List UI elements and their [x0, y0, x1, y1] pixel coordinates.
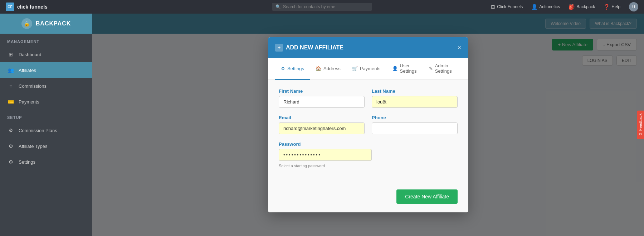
last-name-label: Last Name — [372, 88, 458, 94]
search-input[interactable] — [283, 4, 369, 9]
brand-name: click funnels — [17, 4, 48, 10]
form-group-email: Email — [279, 115, 365, 134]
tab-address[interactable]: 🏠 Address — [310, 58, 346, 80]
settings-icon: ⚙ — [7, 158, 14, 165]
affiliates-icon: 👥 — [7, 67, 14, 74]
search-icon: 🔍 — [275, 4, 281, 9]
sidebar-item-commissions[interactable]: ≡ Commissions — [0, 78, 92, 94]
first-name-input[interactable] — [279, 96, 365, 108]
password-label: Password — [279, 141, 458, 147]
avatar[interactable]: U — [629, 2, 638, 11]
navbar-links: ⊞ Click Funnels 👤 Actionetics 🎒 Backpack… — [491, 2, 638, 11]
sidebar-item-settings[interactable]: ⚙ Settings — [0, 154, 92, 170]
sidebar-item-label: Affiliates — [19, 68, 36, 73]
tab-admin-settings[interactable]: ✎ Admin Settings — [423, 58, 461, 80]
modal-title: + ADD NEW AFFILIATE — [275, 44, 343, 52]
modal-tabs: ⚙ Settings 🏠 Address 🛒 Payments 👤 User S… — [268, 58, 468, 80]
navbar: CF click funnels 🔍 ⊞ Click Funnels 👤 Act… — [0, 0, 644, 14]
navbar-help[interactable]: ❓ Help — [604, 4, 620, 10]
brand[interactable]: CF click funnels — [6, 3, 48, 11]
create-affiliate-button[interactable]: Create New Affiliate — [396, 189, 458, 204]
sidebar-section-setup: SETUP — [0, 110, 92, 122]
sidebar-item-label: Dashboard — [19, 52, 42, 57]
main-layout: 🔒 BACKPACK MANAGEMENT ⊞ Dashboard 👥 Affi… — [0, 14, 644, 236]
navbar-clickfunnels[interactable]: ⊞ Click Funnels — [491, 4, 523, 10]
feedback-button[interactable]: Feedback ✉ — [637, 110, 644, 139]
search-bar[interactable]: 🔍 — [272, 3, 372, 11]
form-group-last-name: Last Name — [372, 88, 458, 108]
sidebar: 🔒 BACKPACK MANAGEMENT ⊞ Dashboard 👥 Affi… — [0, 14, 92, 236]
payments-tab-icon: 🛒 — [352, 66, 358, 71]
sidebar-item-commission-plans[interactable]: ⚙ Commission Plans — [0, 122, 92, 138]
email-label: Email — [279, 115, 365, 120]
sidebar-item-label: Payments — [19, 99, 39, 105]
form-group-first-name: First Name — [279, 88, 365, 108]
navbar-actionetics[interactable]: 👤 Actionetics — [531, 4, 560, 10]
first-name-label: First Name — [279, 88, 365, 94]
admin-settings-tab-icon: ✎ — [429, 66, 433, 71]
form-row-contact: Email Phone — [279, 115, 458, 134]
sidebar-item-label: Affiliate Types — [19, 144, 47, 149]
address-tab-icon: 🏠 — [316, 66, 321, 71]
tab-payments[interactable]: 🛒 Payments — [346, 58, 386, 80]
sidebar-section-management: MANAGEMENT — [0, 34, 92, 47]
sidebar-item-label: Settings — [19, 159, 35, 165]
actionetics-icon: 👤 — [531, 4, 537, 10]
sidebar-item-label: Commissions — [19, 83, 47, 89]
feedback-label: Feedback — [638, 113, 643, 130]
settings-tab-icon: ⚙ — [281, 66, 285, 71]
feedback-icon: ✉ — [639, 132, 642, 136]
email-input[interactable] — [279, 122, 365, 134]
commissions-icon: ≡ — [7, 82, 14, 90]
form-group-phone: Phone — [372, 115, 458, 134]
password-hint: Select a starting password — [279, 164, 458, 168]
sidebar-item-dashboard[interactable]: ⊞ Dashboard — [0, 47, 92, 62]
modal: + ADD NEW AFFILIATE × ⚙ Settings 🏠 Addre… — [268, 37, 468, 212]
tab-user-settings[interactable]: 👤 User Settings — [386, 58, 423, 80]
sidebar-item-affiliate-types[interactable]: ⚙ Affiliate Types — [0, 138, 92, 154]
modal-header: + ADD NEW AFFILIATE × — [268, 37, 468, 58]
commission-plans-icon: ⚙ — [7, 127, 14, 134]
backpack-icon: 🎒 — [569, 4, 575, 10]
sidebar-header-icon: 🔒 — [21, 18, 32, 29]
help-icon: ❓ — [604, 4, 610, 10]
navbar-backpack[interactable]: 🎒 Backpack — [569, 4, 595, 10]
modal-close-button[interactable]: × — [457, 44, 461, 51]
phone-label: Phone — [372, 115, 458, 120]
dashboard-icon: ⊞ — [7, 51, 14, 58]
sidebar-header: 🔒 BACKPACK — [0, 14, 92, 34]
content: Welcome Video What is Backpack? + New Af… — [92, 14, 644, 236]
form-row-password: Password Select a starting password — [279, 141, 458, 168]
last-name-input[interactable] — [372, 96, 458, 108]
sidebar-item-label: Commission Plans — [19, 128, 57, 133]
form-row-name: First Name Last Name — [279, 88, 458, 108]
sidebar-item-affiliates[interactable]: 👥 Affiliates — [0, 62, 92, 78]
user-settings-tab-icon: 👤 — [392, 66, 398, 71]
password-input[interactable] — [279, 149, 372, 161]
modal-overlay[interactable]: + ADD NEW AFFILIATE × ⚙ Settings 🏠 Addre… — [92, 14, 644, 236]
sidebar-title: BACKPACK — [36, 20, 71, 27]
payments-icon: 💳 — [7, 98, 14, 105]
phone-input[interactable] — [372, 122, 458, 134]
modal-title-icon: + — [275, 44, 283, 52]
affiliate-types-icon: ⚙ — [7, 143, 14, 150]
clickfunnels-icon: ⊞ — [491, 4, 495, 10]
sidebar-item-payments[interactable]: 💳 Payments — [0, 94, 92, 110]
brand-icon: CF — [6, 3, 14, 11]
tab-settings[interactable]: ⚙ Settings — [275, 58, 310, 80]
modal-footer: Create New Affiliate — [268, 184, 468, 212]
modal-body: First Name Last Name Email — [268, 80, 468, 184]
